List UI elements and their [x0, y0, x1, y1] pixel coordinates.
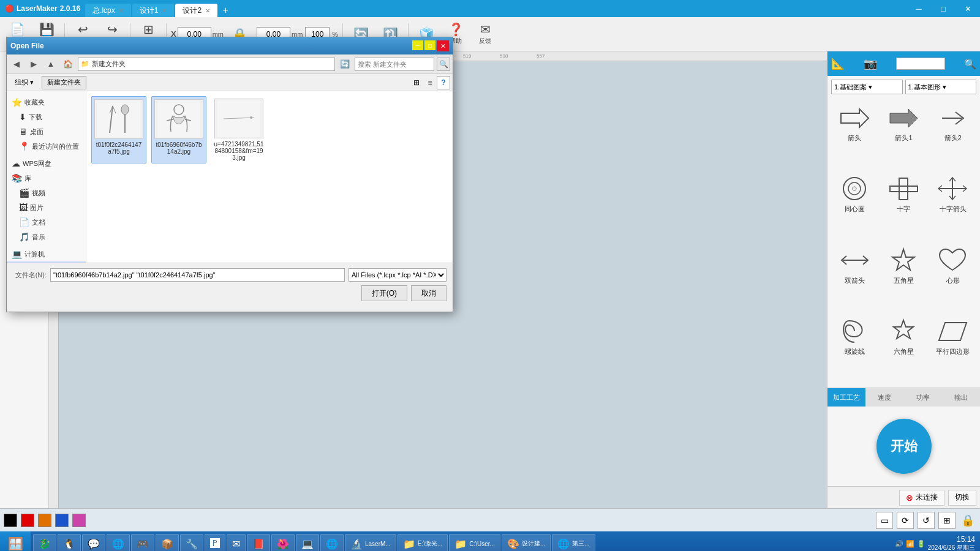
dialog-up-btn[interactable]: ▲	[43, 57, 58, 72]
dialog-search-btn[interactable]: 🔍	[437, 58, 450, 71]
taskbar-app-folder1[interactable]: 📁E:\激光...	[398, 534, 448, 551]
shape-star6[interactable]: 六角星	[880, 315, 927, 384]
sidebar-item-local-disk[interactable]: 💾 本地磁盘 (C:)	[7, 261, 86, 263]
sidebar-item-favorites[interactable]: ⭐ 收藏夹	[7, 95, 86, 110]
taskbar-app-design[interactable]: 🎨设计建...	[502, 534, 551, 551]
rect-tool[interactable]: ▭	[876, 512, 893, 529]
color-blue[interactable]	[55, 514, 69, 527]
disconnect-btn[interactable]: ⊗ 未连接	[899, 490, 944, 506]
file-item-3[interactable]: u=4721349821,5184800158&fm=193.jpg	[211, 96, 266, 163]
sidebar-item-desktop[interactable]: 🖥 桌面	[7, 124, 86, 139]
taskbar-app-dragon[interactable]: 🐉	[33, 534, 56, 551]
color-pink[interactable]	[72, 514, 86, 527]
feedback-btn[interactable]: ✉ 反馈	[472, 21, 499, 48]
dialog-minimize-btn[interactable]: ─	[412, 40, 423, 50]
rotate-tool[interactable]: ⟳	[897, 512, 914, 529]
dialog-help-btn[interactable]: ?	[437, 76, 450, 89]
tab-process[interactable]: 加工工艺	[827, 388, 865, 407]
sidebar-item-computer[interactable]: 💻 计算机	[7, 247, 86, 261]
minimize-btn[interactable]: ─	[907, 0, 931, 17]
shape-arrow[interactable]: 箭头	[831, 102, 878, 170]
maximize-btn[interactable]: □	[931, 0, 956, 17]
view-list-btn[interactable]: ≡	[423, 76, 437, 89]
shape-search-input[interactable]	[896, 58, 945, 70]
shape-arrow2[interactable]: 箭头2	[930, 102, 976, 170]
dialog-home-btn[interactable]: 🏠	[61, 57, 75, 72]
taskbar-app-browser[interactable]: 🌐	[107, 534, 130, 551]
dialog-search-input[interactable]	[355, 58, 434, 71]
design-icon[interactable]: 📐	[831, 57, 845, 70]
taskbar-app-ie[interactable]: 💻	[296, 534, 319, 551]
dialog-refresh-btn[interactable]: 🔄	[337, 57, 352, 72]
taskbar-app-book[interactable]: 📕	[247, 534, 270, 551]
sidebar-item-music[interactable]: 🎵 音乐	[7, 230, 86, 244]
camera-icon[interactable]: 📷	[864, 57, 877, 70]
tab-design1[interactable]: 设计1 ✕	[132, 4, 175, 17]
cancel-btn[interactable]: 取消	[411, 285, 447, 301]
taskbar-app-lasermaker[interactable]: 🔬LaserM...	[345, 534, 396, 551]
taskbar-app-mail[interactable]: ✉	[227, 534, 246, 551]
tab-speed[interactable]: 速度	[865, 388, 903, 407]
open-btn[interactable]: 打开(O)	[361, 285, 407, 301]
taskbar-app-pkg[interactable]: 📦	[156, 534, 179, 551]
tab-design2-close[interactable]: ✕	[205, 7, 210, 14]
organize-btn[interactable]: 组织 ▾	[9, 76, 39, 89]
shape-heart[interactable]: 心形	[930, 244, 976, 313]
file-item-1[interactable]: t01f0f2c2464147a7f5.jpg	[91, 96, 146, 163]
sidebar-item-recent[interactable]: 📍 最近访问的位置	[7, 139, 86, 154]
shape-spiral[interactable]: 螺旋线	[831, 315, 878, 384]
shape-circle[interactable]: 同心圆	[831, 173, 878, 241]
dialog-forward-btn[interactable]: ▶	[26, 57, 41, 72]
tab-design1-close[interactable]: ✕	[162, 7, 167, 14]
shape-star5[interactable]: 五角星	[880, 244, 927, 313]
shape-type-dropdown[interactable]: 1.基本图形 ▾	[905, 80, 977, 94]
taskbar-clock[interactable]: 15:14 2024/6/26 星期三	[928, 535, 975, 551]
taskbar-app-penguin[interactable]: 🐧	[58, 534, 81, 551]
file-item-2[interactable]: t01fb6960f46b7b14a2.jpg	[151, 96, 206, 163]
sidebar-item-wps[interactable]: ☁ WPS网盘	[7, 156, 86, 171]
dialog-close-btn[interactable]: ✕	[437, 40, 449, 51]
lock-status[interactable]: 🔒	[959, 512, 976, 529]
taskbar-app-web[interactable]: 🌐第三...	[552, 534, 595, 551]
sidebar-item-library[interactable]: 📚 库	[7, 171, 86, 186]
color-orange[interactable]	[38, 514, 51, 527]
tab-output[interactable]: 输出	[942, 388, 980, 407]
grid-tool[interactable]: ⊞	[938, 512, 956, 529]
taskbar-app-chat[interactable]: 💬	[82, 534, 105, 551]
dialog-maximize-btn[interactable]: □	[424, 40, 435, 50]
sidebar-item-docs[interactable]: 📄 文档	[7, 215, 86, 230]
taskbar-app-globe[interactable]: 🌐	[320, 534, 344, 551]
tab-lcpx[interactable]: 总.lcpx ✕	[85, 4, 131, 17]
taskbar-app-game[interactable]: 🎮	[131, 534, 154, 551]
new-folder-btn[interactable]: 新建文件夹	[42, 76, 86, 89]
sidebar-item-video[interactable]: 🎬 视频	[7, 186, 86, 200]
back-tool[interactable]: ↺	[918, 512, 935, 529]
tab-lcpx-close[interactable]: ✕	[119, 7, 124, 14]
sidebar-item-downloads[interactable]: ⬇ 下载	[7, 110, 86, 124]
shape-cross[interactable]: 十字	[880, 173, 927, 241]
shape-arrow1[interactable]: 箭头1	[880, 102, 927, 170]
shape-cross-arrow[interactable]: 十字箭头	[930, 173, 976, 241]
filename-input[interactable]	[50, 268, 345, 282]
battery-icon[interactable]: 🔋	[917, 540, 925, 548]
taskbar-app-flower[interactable]: 🌺	[271, 534, 295, 551]
start-btn[interactable]: 开始	[876, 419, 932, 474]
color-red[interactable]	[21, 514, 34, 527]
view-icon-btn[interactable]: ⊞	[410, 76, 423, 89]
speaker-icon[interactable]: 🔊	[895, 540, 903, 548]
switch-btn[interactable]: 切换	[948, 490, 976, 506]
color-black[interactable]	[4, 514, 17, 527]
search-icon[interactable]: 🔍	[964, 58, 976, 70]
taskbar-app-p[interactable]: 🅿	[205, 534, 225, 551]
tab-design2[interactable]: 设计2 ✕	[175, 4, 217, 17]
shape-parallelogram[interactable]: 平行四边形	[930, 315, 976, 384]
tab-power[interactable]: 功率	[904, 388, 942, 407]
dialog-back-btn[interactable]: ◀	[9, 57, 24, 72]
taskbar-app-folder2[interactable]: 📁C:\User...	[449, 534, 500, 551]
close-btn[interactable]: ✕	[956, 0, 980, 17]
taskbar-app-tool[interactable]: 🔧	[180, 534, 203, 551]
shape-category-dropdown[interactable]: 1.基础图案 ▾	[831, 80, 903, 94]
start-menu-btn[interactable]: 🪟	[0, 531, 31, 551]
network-icon[interactable]: 📶	[906, 540, 914, 548]
dialog-path-bar[interactable]: 📁 新建文件夹	[78, 58, 335, 71]
